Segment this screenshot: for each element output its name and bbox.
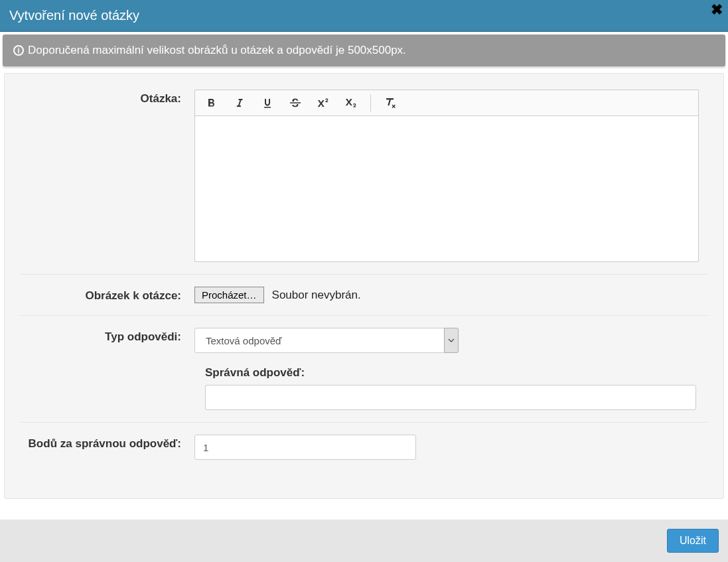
question-editor: [194, 90, 699, 262]
bold-button[interactable]: [198, 91, 226, 115]
toolbar-separator: [370, 94, 371, 111]
points-input[interactable]: [194, 435, 416, 460]
superscript-button[interactable]: [309, 91, 337, 115]
save-button[interactable]: Uložit: [667, 529, 719, 553]
question-textarea[interactable]: [194, 116, 699, 262]
form-panel: Otázka:: [4, 73, 724, 499]
modal-footer: Uložit: [0, 520, 728, 562]
file-status-text: Soubor nevybrán.: [272, 289, 361, 302]
clear-format-icon: [384, 97, 397, 109]
question-row: Otázka:: [19, 86, 709, 275]
bold-icon: [206, 98, 217, 108]
browse-button[interactable]: Procházet…: [194, 287, 264, 303]
image-row: Obrázek k otázce: Procházet… Soubor nevy…: [19, 275, 709, 316]
points-row: Bodů za správnou odpověď:: [19, 423, 709, 472]
underline-icon: [262, 98, 273, 108]
close-icon[interactable]: ✖: [711, 3, 723, 17]
answer-type-row: Typ odpovědi: Správná odpověď:: [19, 316, 709, 423]
italic-icon: [234, 98, 245, 108]
modal-body: i Doporučená maximální velikost obrázků …: [0, 32, 728, 499]
modal-title: Vytvoření nové otázky: [9, 8, 139, 23]
correct-answer-input[interactable]: [205, 385, 696, 410]
superscript-icon: [317, 98, 330, 108]
strikethrough-button[interactable]: [281, 91, 309, 115]
answer-type-label: Typ odpovědi:: [19, 328, 194, 344]
info-icon: i: [13, 45, 24, 56]
info-alert: i Doporučená maximální velikost obrázků …: [3, 35, 725, 66]
strikethrough-icon: [289, 98, 301, 108]
correct-answer-label: Správná odpověď:: [205, 366, 699, 380]
info-alert-text: Doporučená maximální velikost obrázků u …: [28, 44, 406, 57]
answer-type-select-wrap: [194, 328, 459, 353]
italic-button[interactable]: [226, 91, 254, 115]
answer-type-area: Správná odpověď:: [194, 328, 699, 410]
points-label: Bodů za správnou odpověď:: [19, 435, 194, 451]
clear-format-button[interactable]: [376, 91, 404, 115]
question-label: Otázka:: [19, 90, 194, 105]
editor-toolbar: [194, 90, 699, 116]
answer-type-select[interactable]: [194, 328, 459, 353]
subscript-button[interactable]: [337, 91, 365, 115]
modal-header: Vytvoření nové otázky ✖: [0, 0, 728, 32]
underline-button[interactable]: [254, 91, 281, 115]
file-picker: Procházet… Soubor nevybrán.: [194, 287, 699, 303]
subscript-icon: [344, 98, 358, 108]
image-label: Obrázek k otázce:: [19, 287, 194, 303]
points-area: [194, 435, 699, 460]
